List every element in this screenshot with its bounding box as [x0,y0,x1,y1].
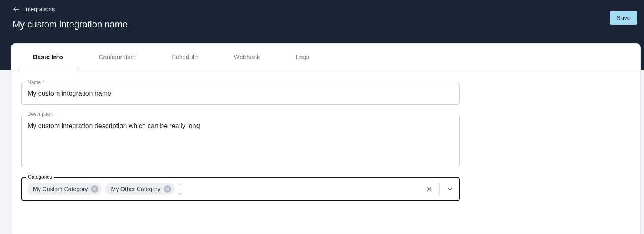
tab-webhook[interactable]: Webhook [233,44,261,70]
tab-logs[interactable]: Logs [295,44,311,70]
tab-configuration[interactable]: Configuration [98,44,137,70]
text-caret [180,184,180,194]
description-label: Description [26,111,54,117]
divider [439,183,440,195]
name-field-wrap: Name * [21,83,460,105]
chip-label: My Other Category [111,186,160,192]
categories-chips-row[interactable]: My Custom Category My Other Category [22,178,459,200]
description-input[interactable] [22,115,459,165]
chip-remove-icon[interactable] [91,185,98,193]
tab-schedule[interactable]: Schedule [171,44,199,70]
name-input[interactable] [22,83,459,104]
tab-basic-info[interactable]: Basic Info [32,44,64,70]
tab-bar: Basic Info Configuration Schedule Webhoo… [11,44,640,70]
breadcrumb[interactable]: Integrations [24,6,55,12]
form-area: Name * Description Categories My Custom … [11,70,470,214]
back-arrow-icon[interactable] [13,5,20,13]
save-button[interactable]: Save [610,11,637,25]
content-card: Basic Info Configuration Schedule Webhoo… [11,43,641,234]
categories-label: Categories [26,174,54,180]
description-field-wrap: Description [21,115,460,167]
chevron-down-icon[interactable] [445,184,455,194]
chip-label: My Custom Category [33,186,88,192]
name-label: Name * [26,80,46,85]
page-title: My custom integration name [13,19,128,30]
category-chip: My Other Category [105,183,174,195]
categories-field-wrap[interactable]: Categories My Custom Category My Other C… [21,177,460,201]
category-chip: My Custom Category [27,183,102,195]
chip-remove-icon[interactable] [164,185,171,193]
clear-all-icon[interactable] [424,184,434,194]
